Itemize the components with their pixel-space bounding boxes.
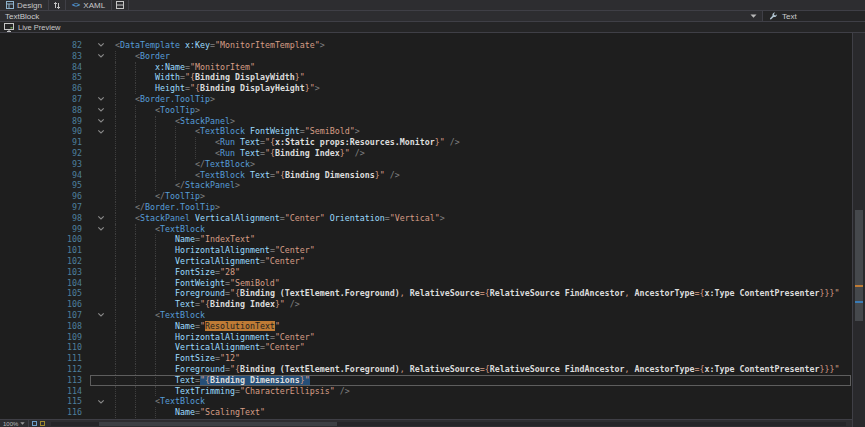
xaml-editor-window: Design <> XAML TextBlock Te bbox=[0, 0, 865, 427]
code-line[interactable]: 111 FontSize="12" bbox=[0, 353, 852, 364]
divider bbox=[28, 420, 29, 427]
property-breadcrumb[interactable]: Text bbox=[763, 11, 865, 21]
line-number: 96 bbox=[0, 191, 90, 202]
line-number: 87 bbox=[0, 94, 90, 105]
line-number: 94 bbox=[0, 170, 90, 181]
fold-gutter bbox=[90, 278, 112, 289]
element-breadcrumb-dropdown[interactable]: TextBlock bbox=[0, 11, 763, 21]
editor-status-bar: 100% bbox=[0, 419, 852, 427]
scrollbar-thumb[interactable] bbox=[855, 210, 863, 320]
code-line[interactable]: 103 FontSize="28" bbox=[0, 267, 852, 278]
line-number: 108 bbox=[0, 321, 90, 332]
code-line[interactable]: 89 <StackPanel> bbox=[0, 116, 852, 127]
line-number: 113 bbox=[0, 375, 90, 386]
code-line[interactable]: 101 HorizontalAlignment="Center" bbox=[0, 245, 852, 256]
code-line[interactable]: 96 </ToolTip> bbox=[0, 191, 852, 202]
horizontal-scrollbar[interactable] bbox=[51, 422, 846, 426]
line-number: 110 bbox=[0, 342, 90, 353]
fold-gutter bbox=[90, 407, 112, 418]
code-line[interactable]: 84 x:Name="MonitorItem" bbox=[0, 62, 852, 73]
live-preview-toggle[interactable]: Live Preview bbox=[0, 22, 865, 33]
code-line[interactable]: 83 <Border bbox=[0, 51, 852, 62]
code-line[interactable]: 88 <ToolTip> bbox=[0, 105, 852, 116]
code-line[interactable]: 112 Foreground="{Binding (TextElement.Fo… bbox=[0, 364, 852, 375]
split-view-button[interactable] bbox=[112, 0, 129, 10]
fold-chevron-icon[interactable] bbox=[90, 224, 112, 235]
xaml-tab[interactable]: <> XAML bbox=[66, 0, 112, 10]
fold-chevron-icon[interactable] bbox=[90, 105, 112, 116]
code-text: HorizontalAlignment="Center" bbox=[112, 245, 852, 256]
code-text: Foreground="{Binding (TextElement.Foregr… bbox=[112, 288, 852, 299]
code-line[interactable]: 86 Height="{Binding DisplayHeight}"> bbox=[0, 83, 852, 94]
line-number: 112 bbox=[0, 364, 90, 375]
code-text: </ToolTip> bbox=[112, 191, 852, 202]
fold-chevron-icon[interactable] bbox=[90, 126, 112, 137]
code-text: Width="{Binding DisplayWidth}" bbox=[112, 72, 852, 83]
code-line[interactable]: 108 Name="ResolutionText" bbox=[0, 321, 852, 332]
code-line[interactable]: 94 <TextBlock Text="{Binding Dimensions}… bbox=[0, 170, 852, 181]
fold-chevron-icon[interactable] bbox=[90, 396, 112, 407]
line-number: 97 bbox=[0, 202, 90, 213]
live-preview-icon bbox=[4, 23, 14, 32]
fold-chevron-icon[interactable] bbox=[90, 40, 112, 51]
code-text: <TextBlock bbox=[112, 224, 852, 235]
code-text: <TextBlock Text="{Binding Dimensions}" /… bbox=[112, 170, 852, 181]
code-line[interactable]: 95 </StackPanel> bbox=[0, 180, 852, 191]
code-line[interactable]: 116 Name="ScalingText" bbox=[0, 407, 852, 418]
vertical-scrollbar[interactable] bbox=[852, 33, 865, 427]
swap-arrows-icon bbox=[53, 1, 61, 10]
wrench-icon bbox=[769, 12, 778, 21]
line-number: 115 bbox=[0, 396, 90, 407]
code-line[interactable]: 109 HorizontalAlignment="Center" bbox=[0, 332, 852, 343]
design-tab[interactable]: Design bbox=[0, 0, 49, 10]
code-line[interactable]: 100 Name="IndexText" bbox=[0, 234, 852, 245]
fold-gutter bbox=[90, 364, 112, 375]
code-line[interactable]: 113 Text="{Binding Dimensions}" bbox=[0, 375, 852, 386]
fold-chevron-icon[interactable] bbox=[90, 213, 112, 224]
fold-gutter bbox=[90, 267, 112, 278]
code-text: Text="{Binding Index}" /> bbox=[112, 299, 852, 310]
code-line[interactable]: 114 TextTrimming="CharacterEllipsis" /> bbox=[0, 386, 852, 397]
code-line[interactable]: 90 <TextBlock FontWeight="SemiBold"> bbox=[0, 126, 852, 137]
line-number: 101 bbox=[0, 245, 90, 256]
view-switcher-bar: Design <> XAML bbox=[0, 0, 865, 11]
code-line[interactable]: 106 Text="{Binding Index}" /> bbox=[0, 299, 852, 310]
line-number: 95 bbox=[0, 180, 90, 191]
scrollbar-caret-mark bbox=[855, 301, 863, 303]
fold-gutter bbox=[90, 321, 112, 332]
code-text: <DataTemplate x:Key="MonitorItemTemplate… bbox=[112, 40, 852, 51]
code-line[interactable]: 97 </Border.ToolTip> bbox=[0, 202, 852, 213]
code-line[interactable]: 87 <Border.ToolTip> bbox=[0, 94, 852, 105]
code-line[interactable]: 115 <TextBlock bbox=[0, 396, 852, 407]
scrollbar-highlight-mark bbox=[855, 285, 863, 287]
code-line[interactable]: 105 Foreground="{Binding (TextElement.Fo… bbox=[0, 288, 852, 299]
fold-gutter bbox=[90, 386, 112, 397]
code-line[interactable]: 85 Width="{Binding DisplayWidth}" bbox=[0, 72, 852, 83]
xaml-code-editor[interactable]: 82<DataTemplate x:Key="MonitorItemTempla… bbox=[0, 33, 852, 419]
horizontal-scrollbar-thumb[interactable] bbox=[99, 422, 337, 426]
fold-chevron-icon[interactable] bbox=[90, 116, 112, 127]
fold-gutter bbox=[90, 245, 112, 256]
line-number: 102 bbox=[0, 256, 90, 267]
swap-panes-button[interactable] bbox=[49, 0, 66, 10]
fold-chevron-icon[interactable] bbox=[90, 51, 112, 62]
code-line[interactable]: 82<DataTemplate x:Key="MonitorItemTempla… bbox=[0, 40, 852, 51]
code-line[interactable]: 104 FontWeight="SemiBold" bbox=[0, 278, 852, 289]
code-line[interactable]: 99 <TextBlock bbox=[0, 224, 852, 235]
zoom-level: 100% bbox=[3, 421, 18, 427]
code-text: Name="ScalingText" bbox=[112, 407, 852, 418]
code-line[interactable]: 98 <StackPanel VerticalAlignment="Center… bbox=[0, 213, 852, 224]
code-line[interactable]: 110 VerticalAlignment="Center" bbox=[0, 342, 852, 353]
fold-chevron-icon[interactable] bbox=[90, 310, 112, 321]
split-view-icon bbox=[116, 1, 124, 9]
code-line[interactable]: 102 VerticalAlignment="Center" bbox=[0, 256, 852, 267]
code-line[interactable]: 107 <TextBlock bbox=[0, 310, 852, 321]
code-line[interactable]: 92 <Run Text="{Binding Index}" /> bbox=[0, 148, 852, 159]
code-text: Height="{Binding DisplayHeight}"> bbox=[112, 83, 852, 94]
zoom-control[interactable]: 100% bbox=[3, 421, 25, 427]
code-line[interactable]: 93 </TextBlock> bbox=[0, 159, 852, 170]
code-line[interactable]: 91 <Run Text="{x:Static props:Resources.… bbox=[0, 137, 852, 148]
fold-chevron-icon[interactable] bbox=[90, 94, 112, 105]
toolbar-icon[interactable] bbox=[32, 421, 37, 426]
toolbar-icon[interactable] bbox=[40, 421, 45, 426]
